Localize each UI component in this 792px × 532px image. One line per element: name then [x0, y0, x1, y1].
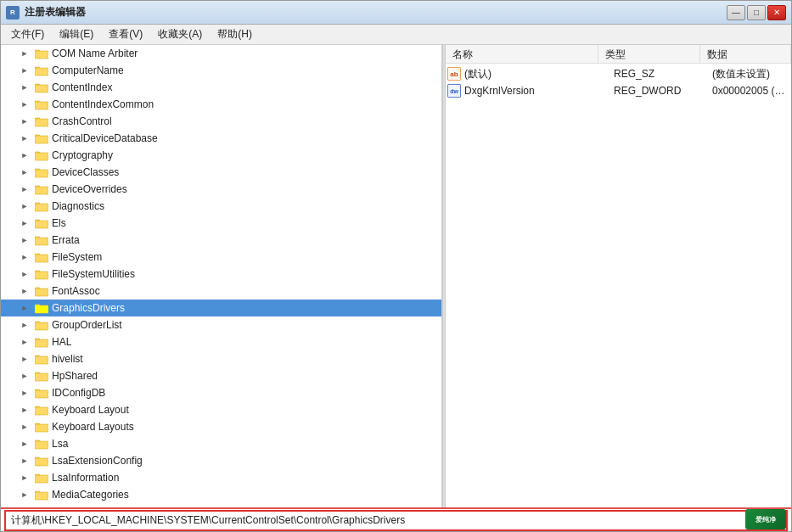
tree-expander[interactable]: ►	[18, 115, 31, 128]
registry-row[interactable]: ab(默认)REG_SZ(数值未设置)	[446, 65, 791, 82]
tree-item[interactable]: ►CriticalDeviceDatabase	[1, 130, 441, 147]
menu-bar: 文件(F) 编辑(E) 查看(V) 收藏夹(A) 帮助(H)	[1, 25, 791, 45]
folder-icon	[35, 337, 48, 348]
tree-expander[interactable]: ►	[18, 437, 31, 451]
menu-file[interactable]: 文件(F)	[4, 25, 51, 43]
tree-expander[interactable]: ►	[18, 233, 31, 247]
tree-item[interactable]: ►FileSystemUtilities	[1, 266, 441, 283]
tree-expander[interactable]: ►	[18, 64, 31, 77]
title-bar-left: R 注册表编辑器	[6, 5, 86, 20]
folder-icon	[35, 354, 48, 365]
close-button[interactable]: ✕	[767, 5, 786, 20]
tree-item[interactable]: ►ContentIndex	[1, 79, 441, 96]
svg-rect-41	[35, 390, 48, 398]
minimize-button[interactable]: —	[727, 5, 745, 20]
tree-item-label: DeviceOverrides	[52, 183, 127, 195]
folder-icon	[35, 303, 48, 314]
tree-expander[interactable]: ►	[18, 182, 31, 196]
tree-item[interactable]: ►Errata	[1, 232, 441, 249]
tree-item[interactable]: ►DeviceOverrides	[1, 181, 441, 198]
registry-value: 0x00002005 (8197)	[712, 85, 789, 97]
menu-view[interactable]: 查看(V)	[102, 25, 149, 43]
tree-expander[interactable]: ►	[18, 301, 31, 315]
folder-icon	[35, 269, 48, 280]
tree-item[interactable]: ►DeviceClasses	[1, 164, 441, 181]
tree-expander[interactable]: ►	[18, 148, 31, 162]
tree-item-label: Lsa	[52, 438, 68, 450]
svg-rect-25	[35, 255, 48, 262]
registry-name: (默认)	[464, 67, 614, 81]
tree-item-label: Errata	[52, 234, 80, 246]
tree-item-label: Cryptography	[52, 149, 113, 161]
svg-rect-1	[35, 51, 48, 59]
folder-icon	[35, 99, 48, 110]
tree-item[interactable]: ►FontAssoc	[1, 283, 441, 300]
folder-icon	[35, 184, 48, 195]
tree-expander[interactable]: ►	[18, 318, 31, 332]
svg-rect-17	[35, 187, 48, 194]
registry-row[interactable]: dwDxgKrnlVersionREG_DWORD0x00002005 (819…	[446, 82, 791, 99]
tree-panel[interactable]: ►COM Name Arbiter►ComputerName►ContentIn…	[1, 45, 442, 507]
svg-rect-3	[35, 68, 48, 76]
tree-item[interactable]: ►CrashControl	[1, 113, 441, 130]
tree-expander[interactable]: ►	[18, 403, 31, 417]
tree-item[interactable]: ►Keyboard Layout	[1, 401, 441, 418]
tree-expander[interactable]: ►	[18, 98, 31, 111]
folder-icon	[35, 133, 48, 144]
tree-item[interactable]: ►LsaExtensionConfig	[1, 452, 441, 469]
tree-item[interactable]: ►Els	[1, 215, 441, 232]
folder-icon	[35, 473, 48, 484]
tree-expander[interactable]: ►	[18, 165, 31, 179]
tree-item[interactable]: ►COM Name Arbiter	[1, 45, 441, 62]
tree-expander[interactable]: ►	[18, 369, 31, 383]
tree-item[interactable]: ►MediaCategories	[1, 486, 441, 503]
folder-icon	[35, 456, 48, 467]
menu-edit[interactable]: 编辑(E)	[53, 25, 100, 43]
tree-expander[interactable]: ►	[18, 420, 31, 434]
tree-item[interactable]: ►FileSystem	[1, 249, 441, 266]
svg-rect-13	[35, 153, 48, 160]
tree-item[interactable]: ►Keyboard Layouts	[1, 418, 441, 435]
tree-expander[interactable]: ►	[18, 454, 31, 468]
tree-item[interactable]: ►ComputerName	[1, 62, 441, 79]
tree-item[interactable]: ►LsaInformation	[1, 469, 441, 486]
tree-expander[interactable]: ►	[18, 284, 31, 298]
tree-expander[interactable]: ►	[18, 132, 31, 145]
tree-item[interactable]: ►HpShared	[1, 367, 441, 384]
tree-expander[interactable]: ►	[18, 335, 31, 349]
watermark-logo: 爱纯净	[745, 509, 786, 529]
menu-help[interactable]: 帮助(H)	[211, 25, 259, 43]
tree-item[interactable]: ►GraphicsDrivers	[1, 300, 441, 316]
tree-expander[interactable]: ►	[18, 199, 31, 213]
tree-item[interactable]: ►GroupOrderList	[1, 316, 441, 333]
folder-icon	[35, 320, 48, 331]
folder-icon	[35, 167, 48, 178]
tree-expander[interactable]: ►	[18, 267, 31, 281]
tree-item[interactable]: ►IDConfigDB	[1, 384, 441, 401]
tree-expander[interactable]: ►	[18, 216, 31, 230]
tree-expander[interactable]: ►	[18, 81, 31, 94]
tree-expander[interactable]: ►	[18, 471, 31, 484]
folder-icon	[35, 150, 48, 161]
tree-item[interactable]: ►Cryptography	[1, 147, 441, 164]
tree-item[interactable]: ►Lsa	[1, 435, 441, 452]
tree-expander[interactable]: ►	[18, 488, 31, 501]
tree-expander[interactable]: ►	[18, 386, 31, 400]
tree-item[interactable]: ►Diagnostics	[1, 198, 441, 215]
tree-item-label: IDConfigDB	[52, 387, 105, 399]
folder-icon	[35, 286, 48, 297]
tree-item[interactable]: ►HAL	[1, 333, 441, 350]
tree-item[interactable]: ►ContentIndexCommon	[1, 96, 441, 113]
tree-expander[interactable]: ►	[18, 250, 31, 264]
menu-favorites[interactable]: 收藏夹(A)	[151, 25, 209, 43]
svg-rect-7	[35, 102, 48, 109]
maximize-button[interactable]: □	[747, 5, 766, 20]
registry-name: DxgKrnlVersion	[464, 85, 614, 97]
tree-expander[interactable]: ►	[18, 352, 31, 366]
col-header-type: 类型	[598, 45, 700, 63]
tree-expander[interactable]: ►	[18, 47, 31, 60]
tree-item[interactable]: ►hivelist	[1, 350, 441, 367]
tree-item-label: Diagnostics	[52, 200, 104, 212]
svg-rect-45	[35, 424, 48, 432]
tree-item-label: FileSystem	[52, 251, 102, 263]
